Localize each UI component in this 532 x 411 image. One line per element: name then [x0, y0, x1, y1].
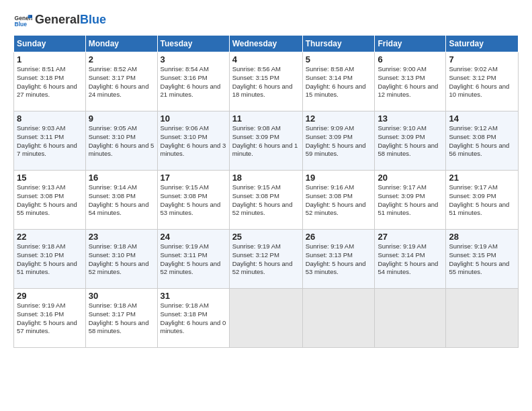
calendar-cell: 2Sunrise: 8:52 AMSunset: 3:17 PMDaylight… — [85, 52, 157, 111]
day-number: 14 — [449, 113, 515, 124]
weekday-header-monday: Monday — [85, 36, 157, 52]
day-number: 15 — [17, 173, 83, 183]
day-number: 30 — [89, 291, 154, 301]
day-info: Sunrise: 9:02 AMSunset: 3:12 PMDaylight:… — [449, 65, 509, 98]
day-number: 5 — [306, 54, 372, 64]
calendar-cell: 15Sunrise: 9:13 AMSunset: 3:08 PMDayligh… — [14, 171, 86, 230]
weekday-header-sunday: Sunday — [14, 36, 86, 52]
calendar-cell: 8Sunrise: 9:03 AMSunset: 3:11 PMDaylight… — [14, 111, 86, 171]
calendar-cell: 14Sunrise: 9:12 AMSunset: 3:08 PMDayligh… — [446, 111, 519, 171]
day-number: 23 — [89, 232, 154, 242]
svg-text:Blue: Blue — [15, 21, 28, 28]
day-number: 12 — [306, 113, 372, 124]
day-info: Sunrise: 9:15 AMSunset: 3:08 PMDaylight:… — [161, 183, 221, 216]
day-number: 18 — [232, 173, 300, 183]
day-number: 16 — [89, 173, 154, 183]
weekday-header-saturday: Saturday — [446, 36, 519, 52]
calendar-cell: 30Sunrise: 9:18 AMSunset: 3:17 PMDayligh… — [85, 289, 157, 348]
day-number: 6 — [378, 54, 443, 64]
day-info: Sunrise: 9:19 AMSunset: 3:16 PMDaylight:… — [17, 302, 77, 334]
day-number: 21 — [449, 173, 515, 183]
calendar-cell: 16Sunrise: 9:14 AMSunset: 3:08 PMDayligh… — [85, 171, 157, 230]
day-number: 22 — [17, 232, 83, 242]
day-number: 31 — [161, 291, 226, 301]
day-info: Sunrise: 9:06 AMSunset: 3:10 PMDaylight:… — [161, 124, 226, 157]
day-number: 8 — [17, 113, 83, 124]
day-info: Sunrise: 8:52 AMSunset: 3:17 PMDaylight:… — [89, 65, 149, 98]
day-info: Sunrise: 8:56 AMSunset: 3:15 PMDaylight:… — [232, 65, 293, 98]
day-number: 28 — [449, 232, 515, 242]
day-info: Sunrise: 9:18 AMSunset: 3:10 PMDaylight:… — [89, 242, 149, 275]
day-number: 19 — [306, 173, 372, 183]
day-info: Sunrise: 9:19 AMSunset: 3:15 PMDaylight:… — [449, 242, 509, 275]
day-info: Sunrise: 9:12 AMSunset: 3:08 PMDaylight:… — [449, 124, 509, 157]
day-info: Sunrise: 9:10 AMSunset: 3:09 PMDaylight:… — [378, 124, 438, 157]
calendar-table: SundayMondayTuesdayWednesdayThursdayFrid… — [13, 35, 519, 348]
day-info: Sunrise: 9:17 AMSunset: 3:09 PMDaylight:… — [378, 183, 438, 216]
day-info: Sunrise: 9:19 AMSunset: 3:14 PMDaylight:… — [378, 242, 438, 275]
day-info: Sunrise: 9:18 AMSunset: 3:17 PMDaylight:… — [89, 302, 149, 334]
day-info: Sunrise: 8:58 AMSunset: 3:14 PMDaylight:… — [306, 65, 366, 98]
day-info: Sunrise: 9:03 AMSunset: 3:11 PMDaylight:… — [17, 124, 77, 157]
day-info: Sunrise: 9:05 AMSunset: 3:10 PMDaylight:… — [89, 124, 154, 157]
calendar-cell: 6Sunrise: 9:00 AMSunset: 3:13 PMDaylight… — [375, 52, 446, 111]
day-number: 27 — [378, 232, 443, 242]
day-number: 4 — [232, 54, 300, 64]
weekday-header-thursday: Thursday — [302, 36, 375, 52]
day-number: 20 — [378, 173, 443, 183]
day-info: Sunrise: 9:08 AMSunset: 3:09 PMDaylight:… — [232, 124, 298, 157]
logo-text: GeneralBlue — [35, 13, 106, 27]
calendar-cell: 7Sunrise: 9:02 AMSunset: 3:12 PMDaylight… — [446, 52, 519, 111]
calendar-cell — [446, 289, 519, 348]
day-number: 24 — [161, 232, 226, 242]
calendar-cell: 4Sunrise: 8:56 AMSunset: 3:15 PMDaylight… — [229, 52, 302, 111]
calendar-cell: 28Sunrise: 9:19 AMSunset: 3:15 PMDayligh… — [446, 230, 519, 289]
weekday-header-friday: Friday — [375, 36, 446, 52]
calendar-cell — [375, 289, 446, 348]
calendar-cell: 13Sunrise: 9:10 AMSunset: 3:09 PMDayligh… — [375, 111, 446, 171]
day-number: 29 — [17, 291, 83, 301]
calendar-cell: 23Sunrise: 9:18 AMSunset: 3:10 PMDayligh… — [85, 230, 157, 289]
day-number: 17 — [161, 173, 226, 183]
calendar-cell: 26Sunrise: 9:19 AMSunset: 3:13 PMDayligh… — [302, 230, 375, 289]
calendar-cell: 11Sunrise: 9:08 AMSunset: 3:09 PMDayligh… — [229, 111, 302, 171]
calendar-cell: 19Sunrise: 9:16 AMSunset: 3:08 PMDayligh… — [302, 171, 375, 230]
day-info: Sunrise: 9:09 AMSunset: 3:09 PMDaylight:… — [306, 124, 366, 157]
day-info: Sunrise: 9:15 AMSunset: 3:08 PMDaylight:… — [232, 183, 293, 216]
page-header: General Blue GeneralBlue — [13, 11, 519, 30]
calendar-cell: 25Sunrise: 9:19 AMSunset: 3:12 PMDayligh… — [229, 230, 302, 289]
calendar-cell: 17Sunrise: 9:15 AMSunset: 3:08 PMDayligh… — [157, 171, 229, 230]
calendar-cell: 10Sunrise: 9:06 AMSunset: 3:10 PMDayligh… — [157, 111, 229, 171]
calendar-cell: 27Sunrise: 9:19 AMSunset: 3:14 PMDayligh… — [375, 230, 446, 289]
day-info: Sunrise: 9:18 AMSunset: 3:18 PMDaylight:… — [161, 302, 226, 334]
calendar-cell: 22Sunrise: 9:18 AMSunset: 3:10 PMDayligh… — [14, 230, 86, 289]
calendar-cell: 29Sunrise: 9:19 AMSunset: 3:16 PMDayligh… — [14, 289, 86, 348]
calendar-cell: 31Sunrise: 9:18 AMSunset: 3:18 PMDayligh… — [157, 289, 229, 348]
weekday-header-wednesday: Wednesday — [229, 36, 302, 52]
day-number: 7 — [449, 54, 515, 64]
day-number: 11 — [232, 113, 300, 124]
day-number: 10 — [161, 113, 226, 124]
calendar-cell — [229, 289, 302, 348]
logo-icon: General Blue — [13, 11, 32, 30]
day-info: Sunrise: 9:16 AMSunset: 3:08 PMDaylight:… — [306, 183, 366, 216]
calendar-cell: 24Sunrise: 9:19 AMSunset: 3:11 PMDayligh… — [157, 230, 229, 289]
day-number: 13 — [378, 113, 443, 124]
day-number: 25 — [232, 232, 300, 242]
day-info: Sunrise: 9:19 AMSunset: 3:13 PMDaylight:… — [306, 242, 366, 275]
day-info: Sunrise: 9:17 AMSunset: 3:09 PMDaylight:… — [449, 183, 509, 216]
day-number: 3 — [161, 54, 226, 64]
logo: General Blue GeneralBlue — [13, 11, 106, 30]
calendar-cell: 1Sunrise: 8:51 AMSunset: 3:18 PMDaylight… — [14, 52, 86, 111]
calendar-cell: 12Sunrise: 9:09 AMSunset: 3:09 PMDayligh… — [302, 111, 375, 171]
day-number: 1 — [17, 54, 83, 64]
day-number: 26 — [306, 232, 372, 242]
day-info: Sunrise: 8:54 AMSunset: 3:16 PMDaylight:… — [161, 65, 221, 98]
day-number: 2 — [89, 54, 154, 64]
day-info: Sunrise: 8:51 AMSunset: 3:18 PMDaylight:… — [17, 65, 77, 98]
calendar-cell: 3Sunrise: 8:54 AMSunset: 3:16 PMDaylight… — [157, 52, 229, 111]
day-info: Sunrise: 9:13 AMSunset: 3:08 PMDaylight:… — [17, 183, 77, 216]
calendar-cell: 9Sunrise: 9:05 AMSunset: 3:10 PMDaylight… — [85, 111, 157, 171]
calendar-cell: 5Sunrise: 8:58 AMSunset: 3:14 PMDaylight… — [302, 52, 375, 111]
day-info: Sunrise: 9:18 AMSunset: 3:10 PMDaylight:… — [17, 242, 77, 275]
